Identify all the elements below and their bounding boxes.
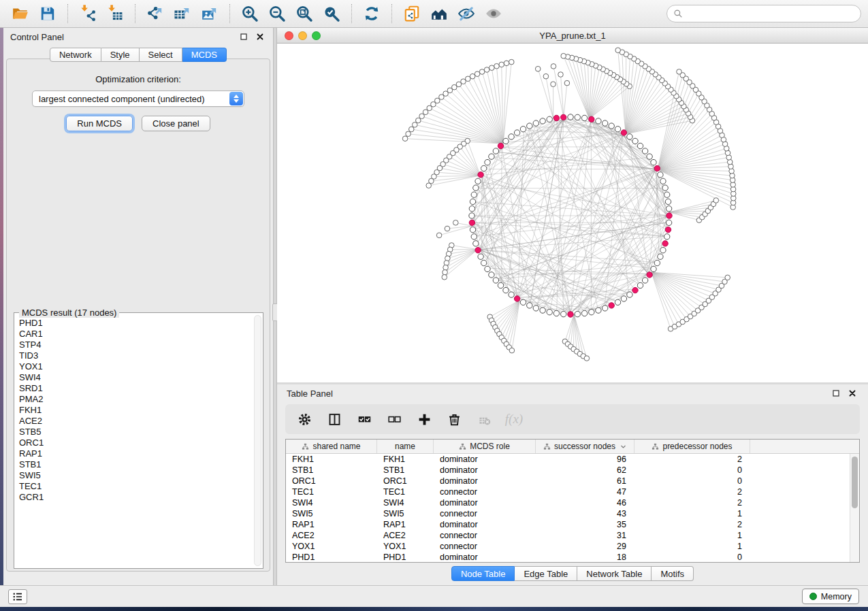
mcds-result-item[interactable]: SRD1 (19, 383, 252, 394)
control-panel-tabs: NetworkStyleSelectMCDS (3, 48, 273, 62)
close-panel-button[interactable]: Close panel (142, 116, 210, 131)
table-cell: 35 (536, 519, 634, 530)
mcds-result-item[interactable]: GCR1 (19, 492, 252, 503)
criterion-dropdown[interactable]: largest connected component (undirected) (32, 90, 244, 107)
search-input[interactable] (687, 9, 854, 19)
zoom-out-button[interactable] (263, 2, 291, 25)
show-all-button[interactable] (480, 2, 507, 25)
float-panel-icon[interactable] (238, 31, 250, 43)
tab-select[interactable]: Select (140, 48, 182, 62)
mcds-result-item[interactable]: STB5 (19, 427, 252, 437)
close-table-panel-icon[interactable] (846, 387, 858, 399)
search-box[interactable] (666, 5, 861, 22)
copy-network-button[interactable] (398, 2, 425, 25)
table-cell: 62 (536, 465, 634, 476)
table-scrollbar[interactable] (850, 454, 859, 563)
export-network-button[interactable] (142, 2, 169, 25)
table-settings-button[interactable] (296, 411, 312, 427)
refresh-button[interactable] (358, 2, 385, 25)
table-row[interactable]: SWI5SWI5connector431 (286, 508, 859, 519)
select-all-button[interactable] (356, 411, 372, 427)
add-column-button[interactable] (416, 411, 432, 427)
table-cell: 61 (536, 476, 634, 486)
tab-network[interactable]: Network (50, 48, 101, 62)
mcds-result-item[interactable]: RAP1 (19, 448, 252, 459)
table-cell: dominator (434, 552, 536, 563)
table-row[interactable]: STB1STB1dominator620 (286, 465, 859, 476)
open-button[interactable] (7, 2, 34, 25)
zoom-fit-button[interactable] (291, 2, 318, 25)
table-cell: FKH1 (286, 454, 377, 465)
table-row[interactable]: FKH1FKH1dominator962 (286, 454, 859, 465)
float-table-panel-icon[interactable] (830, 387, 842, 399)
mcds-list-scrollbar[interactable] (254, 315, 261, 566)
table-row[interactable]: ORC1ORC1dominator610 (286, 476, 859, 486)
plus-icon (417, 412, 432, 427)
function-builder-button: f(x) (506, 411, 522, 427)
memory-label: Memory (821, 592, 852, 601)
window-minimize-icon[interactable] (298, 31, 307, 40)
mcds-result-item[interactable]: CAR1 (19, 329, 252, 340)
mcds-result-item[interactable]: STP4 (19, 340, 252, 350)
network-canvas[interactable] (277, 44, 868, 382)
run-mcds-button[interactable]: Run MCDS (66, 116, 133, 131)
network-window-titlebar[interactable]: YPA_prune.txt_1 (277, 28, 868, 44)
table-row[interactable]: PHD1PHD1dominator180 (286, 552, 859, 563)
save-button[interactable] (34, 2, 61, 25)
mcds-result-item[interactable]: STB1 (19, 459, 252, 470)
export-image-button[interactable] (196, 2, 223, 25)
desktop-strip (0, 607, 868, 611)
show-columns-button[interactable] (326, 411, 342, 427)
first-neighbors-button[interactable] (425, 2, 453, 25)
table-cell: ACE2 (377, 530, 434, 541)
mcds-result-item[interactable]: YOX1 (19, 361, 252, 372)
memory-button[interactable]: Memory (802, 589, 859, 604)
table-cell: dominator (434, 497, 536, 508)
import-table-button[interactable] (101, 2, 129, 25)
deselect-all-button[interactable] (386, 411, 402, 427)
tab-motifs[interactable]: Motifs (652, 566, 694, 581)
mcds-result-item[interactable]: SWI4 (19, 372, 252, 383)
table-cell: PHD1 (286, 552, 377, 563)
table-row[interactable]: RAP1RAP1dominator352 (286, 519, 859, 530)
table-cell: SWI4 (286, 497, 377, 508)
export-table-button[interactable] (169, 2, 196, 25)
tab-mcds[interactable]: MCDS (182, 48, 227, 62)
table-row[interactable]: TEC1TEC1connector472 (286, 486, 859, 497)
mcds-result-item[interactable]: FKH1 (19, 405, 252, 416)
column-header-MCDS-role[interactable]: MCDS role (434, 440, 536, 453)
mcds-result-item[interactable]: ACE2 (19, 416, 252, 427)
close-panel-icon[interactable] (254, 31, 266, 43)
mcds-result-item[interactable]: ORC1 (19, 437, 252, 448)
column-header-successor-nodes[interactable]: successor nodes (536, 440, 634, 453)
tab-edge-table[interactable]: Edge Table (515, 566, 577, 581)
task-history-button[interactable] (8, 589, 27, 604)
tab-style[interactable]: Style (101, 48, 140, 62)
column-header-predecessor-nodes[interactable]: predecessor nodes (634, 440, 750, 453)
table-row[interactable]: YOX1YOX1connector291 (286, 541, 859, 552)
table-row[interactable]: ACE2ACE2connector311 (286, 530, 859, 541)
column-header-name[interactable]: name (377, 440, 434, 453)
import-table-icon (106, 5, 124, 22)
tab-network-table[interactable]: Network Table (577, 566, 652, 581)
gear-icon (298, 412, 312, 427)
hide-selected-button[interactable] (453, 2, 480, 25)
toolbar-separator (351, 4, 352, 23)
mcds-result-item[interactable]: PHD1 (19, 318, 252, 329)
scrollbar-thumb[interactable] (852, 457, 858, 508)
zoom-in-button[interactable] (236, 2, 263, 25)
mcds-result-item[interactable]: SWI5 (19, 470, 252, 481)
mcds-result-item[interactable]: PMA2 (19, 394, 252, 405)
column-header-shared-name[interactable]: shared name (286, 440, 377, 453)
zoom-selected-button[interactable] (318, 2, 345, 25)
mcds-result-item[interactable]: TEC1 (19, 481, 252, 492)
table-header-row: shared namenameMCDS rolesuccessor nodesp… (286, 440, 859, 454)
window-close-icon[interactable] (285, 31, 293, 40)
tab-node-table[interactable]: Node Table (451, 566, 515, 581)
import-network-button[interactable] (74, 2, 101, 25)
window-maximize-icon[interactable] (312, 31, 321, 40)
table-cell: connector (434, 530, 536, 541)
delete-column-button[interactable] (446, 411, 462, 427)
table-row[interactable]: SWI4SWI4dominator462 (286, 497, 859, 508)
mcds-result-item[interactable]: TID3 (19, 350, 252, 361)
